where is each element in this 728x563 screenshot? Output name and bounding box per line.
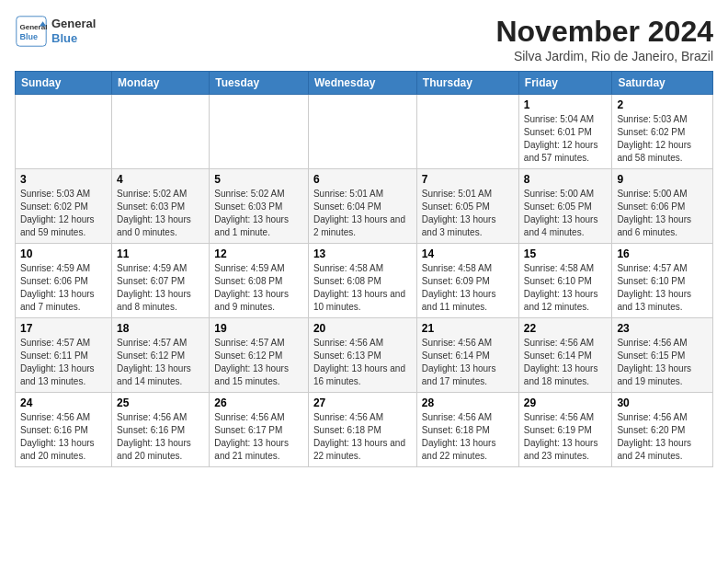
calendar-cell: 5Sunrise: 5:02 AM Sunset: 6:03 PM Daylig…: [210, 169, 309, 244]
cell-info: Sunrise: 5:04 AM Sunset: 6:01 PM Dayligh…: [524, 113, 608, 165]
cell-info: Sunrise: 4:57 AM Sunset: 6:12 PM Dayligh…: [117, 337, 204, 388]
day-number: 25: [117, 396, 204, 409]
cell-info: Sunrise: 4:58 AM Sunset: 6:08 PM Dayligh…: [313, 262, 412, 314]
weekday-header-tuesday: Tuesday: [210, 72, 309, 95]
calendar-cell: 27Sunrise: 4:56 AM Sunset: 6:18 PM Dayli…: [308, 393, 416, 467]
cell-info: Sunrise: 5:03 AM Sunset: 6:02 PM Dayligh…: [20, 188, 107, 239]
calendar-cell: 2Sunrise: 5:03 AM Sunset: 6:02 PM Daylig…: [612, 95, 713, 169]
cell-info: Sunrise: 4:56 AM Sunset: 6:20 PM Dayligh…: [617, 411, 708, 463]
cell-info: Sunrise: 5:01 AM Sunset: 6:05 PM Dayligh…: [422, 188, 514, 239]
day-number: 24: [20, 396, 107, 409]
day-number: 26: [214, 396, 303, 409]
cell-info: Sunrise: 5:01 AM Sunset: 6:04 PM Dayligh…: [313, 188, 412, 239]
day-number: 9: [617, 173, 708, 186]
weekday-header-monday: Monday: [112, 72, 210, 95]
day-number: 5: [214, 173, 303, 186]
day-number: 1: [524, 98, 608, 111]
day-number: 10: [20, 247, 107, 260]
calendar-cell: 28Sunrise: 4:56 AM Sunset: 6:18 PM Dayli…: [416, 393, 518, 467]
day-number: 15: [524, 247, 608, 260]
day-number: 23: [617, 322, 708, 335]
calendar-cell: 30Sunrise: 4:56 AM Sunset: 6:20 PM Dayli…: [612, 393, 713, 467]
day-number: 4: [117, 173, 204, 186]
calendar-cell: 17Sunrise: 4:57 AM Sunset: 6:11 PM Dayli…: [16, 318, 112, 393]
calendar-table: SundayMondayTuesdayWednesdayThursdayFrid…: [15, 71, 713, 467]
cell-info: Sunrise: 4:58 AM Sunset: 6:09 PM Dayligh…: [422, 262, 514, 314]
day-number: 6: [313, 173, 412, 186]
day-number: 29: [524, 396, 608, 409]
cell-info: Sunrise: 4:56 AM Sunset: 6:19 PM Dayligh…: [524, 411, 608, 463]
calendar-cell: 19Sunrise: 4:57 AM Sunset: 6:12 PM Dayli…: [210, 318, 309, 393]
weekday-header-row: SundayMondayTuesdayWednesdayThursdayFrid…: [16, 72, 713, 95]
cell-info: Sunrise: 5:03 AM Sunset: 6:02 PM Dayligh…: [617, 113, 708, 165]
cell-info: Sunrise: 4:56 AM Sunset: 6:16 PM Dayligh…: [20, 411, 107, 463]
calendar-body: 1Sunrise: 5:04 AM Sunset: 6:01 PM Daylig…: [16, 95, 713, 467]
title-area: November 2024 Silva Jardim, Rio de Janei…: [495, 15, 713, 63]
day-number: 2: [617, 98, 708, 111]
cell-info: Sunrise: 4:58 AM Sunset: 6:10 PM Dayligh…: [524, 262, 608, 314]
calendar-cell: 4Sunrise: 5:02 AM Sunset: 6:03 PM Daylig…: [112, 169, 210, 244]
day-number: 14: [422, 247, 514, 260]
cell-info: Sunrise: 4:56 AM Sunset: 6:13 PM Dayligh…: [313, 337, 412, 388]
cell-info: Sunrise: 4:57 AM Sunset: 6:12 PM Dayligh…: [214, 337, 303, 388]
day-number: 21: [422, 322, 514, 335]
logo: General Blue General Blue: [15, 15, 96, 48]
calendar-cell: 11Sunrise: 4:59 AM Sunset: 6:07 PM Dayli…: [112, 244, 210, 318]
calendar-cell: 25Sunrise: 4:56 AM Sunset: 6:16 PM Dayli…: [112, 393, 210, 467]
calendar-cell: 16Sunrise: 4:57 AM Sunset: 6:10 PM Dayli…: [612, 244, 713, 318]
calendar-week-row: 24Sunrise: 4:56 AM Sunset: 6:16 PM Dayli…: [16, 393, 713, 467]
cell-info: Sunrise: 4:59 AM Sunset: 6:08 PM Dayligh…: [214, 262, 303, 314]
calendar-cell: [210, 95, 309, 169]
day-number: 30: [617, 396, 708, 409]
cell-info: Sunrise: 4:56 AM Sunset: 6:18 PM Dayligh…: [313, 411, 412, 463]
svg-text:Blue: Blue: [19, 32, 38, 41]
month-year: November 2024: [495, 15, 713, 49]
calendar-cell: 22Sunrise: 4:56 AM Sunset: 6:14 PM Dayli…: [518, 318, 612, 393]
cell-info: Sunrise: 4:59 AM Sunset: 6:06 PM Dayligh…: [20, 262, 107, 314]
day-number: 3: [20, 173, 107, 186]
day-number: 12: [214, 247, 303, 260]
location: Silva Jardim, Rio de Janeiro, Brazil: [495, 49, 713, 63]
day-number: 27: [313, 396, 412, 409]
day-number: 22: [524, 322, 608, 335]
calendar-cell: [16, 95, 112, 169]
cell-info: Sunrise: 5:02 AM Sunset: 6:03 PM Dayligh…: [214, 188, 303, 239]
cell-info: Sunrise: 5:02 AM Sunset: 6:03 PM Dayligh…: [117, 188, 204, 239]
cell-info: Sunrise: 4:56 AM Sunset: 6:14 PM Dayligh…: [524, 337, 608, 388]
calendar-cell: 14Sunrise: 4:58 AM Sunset: 6:09 PM Dayli…: [416, 244, 518, 318]
weekday-header-sunday: Sunday: [16, 72, 112, 95]
calendar-cell: 10Sunrise: 4:59 AM Sunset: 6:06 PM Dayli…: [16, 244, 112, 318]
cell-info: Sunrise: 4:57 AM Sunset: 6:11 PM Dayligh…: [20, 337, 107, 388]
day-number: 11: [117, 247, 204, 260]
calendar-cell: 1Sunrise: 5:04 AM Sunset: 6:01 PM Daylig…: [518, 95, 612, 169]
cell-info: Sunrise: 4:59 AM Sunset: 6:07 PM Dayligh…: [117, 262, 204, 314]
calendar-cell: [416, 95, 518, 169]
calendar-cell: 13Sunrise: 4:58 AM Sunset: 6:08 PM Dayli…: [308, 244, 416, 318]
weekday-header-wednesday: Wednesday: [308, 72, 416, 95]
calendar-cell: 21Sunrise: 4:56 AM Sunset: 6:14 PM Dayli…: [416, 318, 518, 393]
calendar-week-row: 3Sunrise: 5:03 AM Sunset: 6:02 PM Daylig…: [16, 169, 713, 244]
day-number: 13: [313, 247, 412, 260]
calendar-cell: [308, 95, 416, 169]
cell-info: Sunrise: 4:57 AM Sunset: 6:10 PM Dayligh…: [617, 262, 708, 314]
weekday-header-friday: Friday: [518, 72, 612, 95]
day-number: 20: [313, 322, 412, 335]
calendar-cell: 20Sunrise: 4:56 AM Sunset: 6:13 PM Dayli…: [308, 318, 416, 393]
calendar-cell: 18Sunrise: 4:57 AM Sunset: 6:12 PM Dayli…: [112, 318, 210, 393]
calendar-cell: 15Sunrise: 4:58 AM Sunset: 6:10 PM Dayli…: [518, 244, 612, 318]
logo-text: General Blue: [51, 17, 96, 45]
cell-info: Sunrise: 4:56 AM Sunset: 6:17 PM Dayligh…: [214, 411, 303, 463]
cell-info: Sunrise: 5:00 AM Sunset: 6:06 PM Dayligh…: [617, 188, 708, 239]
day-number: 18: [117, 322, 204, 335]
calendar-cell: 9Sunrise: 5:00 AM Sunset: 6:06 PM Daylig…: [612, 169, 713, 244]
day-number: 17: [20, 322, 107, 335]
cell-info: Sunrise: 5:00 AM Sunset: 6:05 PM Dayligh…: [524, 188, 608, 239]
weekday-header-thursday: Thursday: [416, 72, 518, 95]
day-number: 19: [214, 322, 303, 335]
calendar-cell: 24Sunrise: 4:56 AM Sunset: 6:16 PM Dayli…: [16, 393, 112, 467]
calendar-cell: 29Sunrise: 4:56 AM Sunset: 6:19 PM Dayli…: [518, 393, 612, 467]
calendar-week-row: 17Sunrise: 4:57 AM Sunset: 6:11 PM Dayli…: [16, 318, 713, 393]
cell-info: Sunrise: 4:56 AM Sunset: 6:14 PM Dayligh…: [422, 337, 514, 388]
cell-info: Sunrise: 4:56 AM Sunset: 6:16 PM Dayligh…: [117, 411, 204, 463]
calendar-cell: 7Sunrise: 5:01 AM Sunset: 6:05 PM Daylig…: [416, 169, 518, 244]
